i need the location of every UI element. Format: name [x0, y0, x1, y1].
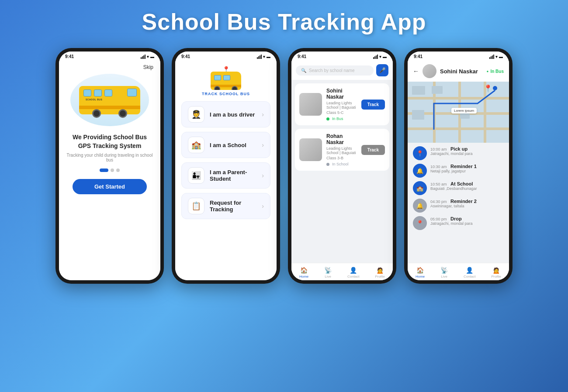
role-card-parent-student[interactable]: 👨‍👧 I am a Parent-Student › — [181, 162, 270, 189]
school-sub: Baguiati ,Desbandhunagar — [430, 186, 504, 191]
bus-wheels — [79, 109, 140, 118]
student-info-1: Sohini Naskar Leading Lights School | Ba… — [326, 88, 357, 121]
timeline: 📍 10:00 am Pick up Jatragachi, mondal pa… — [408, 143, 509, 263]
student-card-1: Sohini Naskar Leading Lights School | Ba… — [295, 83, 389, 125]
role-selection-screen: 📍 TRACK SCHOOL BUS — [175, 61, 277, 280]
bottom-nav-3: 🏠 Home 📡 Live 👤 Contact 🙍 Profile — [291, 263, 393, 280]
profile-icon-4: 🙍 — [492, 267, 500, 274]
school-label: I am a School — [210, 142, 256, 148]
nav-profile-3[interactable]: 🙍 Profile — [375, 267, 385, 279]
battery-icon-3: ▬ — [383, 55, 387, 59]
bus-wheel — [92, 109, 101, 118]
search-input[interactable]: 🔍 Search by school name — [296, 65, 374, 76]
role-card-request-tracking[interactable]: 📋 Request for Tracking › — [181, 193, 270, 219]
student-class-1: Class 5-C — [326, 110, 357, 115]
page-title: School Bus Tracking App — [142, 9, 426, 35]
time-2: 9:41 — [181, 54, 190, 59]
role-card-school[interactable]: 🏫 I am a School › — [181, 132, 270, 158]
skip-button[interactable]: Skip — [143, 64, 153, 70]
student-avatar-1 — [299, 93, 322, 116]
back-button[interactable]: ← — [413, 68, 419, 75]
request-tracking-label: Request for Tracking — [210, 199, 256, 213]
onboard-subtitle: Tracking your child during traveling in … — [66, 153, 153, 162]
nav-home-3[interactable]: 🏠 Home — [299, 267, 308, 279]
chevron-right-icon: › — [262, 172, 264, 179]
status-bar-2: 9:41 ▾ ▬ — [175, 52, 277, 61]
track-logo: 📍 TRACK SCHOOL BUS — [202, 66, 250, 96]
svg-point-0 — [493, 86, 497, 90]
status-bar-1: 9:41 ▾ ▬ — [59, 52, 160, 61]
track-button-2[interactable]: Track — [361, 145, 385, 155]
signal-icon-2 — [257, 55, 262, 59]
phones-row: 9:41 ▾ ▬ Skip SCHOOL BUS — [55, 48, 513, 284]
signal-icon-1 — [141, 55, 145, 59]
bus-driver-window — [127, 89, 137, 96]
progress-dots — [100, 168, 120, 172]
nav-profile-4[interactable]: 🙍 Profile — [491, 267, 501, 279]
reminder1-sub: Netaji pally, jagatpur — [430, 169, 504, 173]
drop-sub: Jatragachi, mondal para — [430, 221, 504, 226]
bus-wheel — [118, 109, 127, 118]
search-bar: 🔍 Search by school name 🎤 — [291, 61, 393, 80]
pickup-icon: 📍 — [413, 146, 427, 160]
bus-window — [104, 89, 112, 96]
nav-live-4[interactable]: 📡 Live — [440, 267, 448, 279]
drop-title: Drop — [450, 216, 462, 221]
search-track-screen: 🔍 Search by school name 🎤 Sohini Naskar … — [291, 61, 393, 280]
track-button-1[interactable]: Track — [361, 100, 385, 110]
nav-contact-3[interactable]: 👤 Contact — [347, 267, 360, 279]
pickup-sub: Jatragachi, mondal para — [430, 151, 504, 156]
nav-home-4[interactable]: 🏠 Home — [416, 267, 425, 279]
wifi-icon-4: ▾ — [495, 55, 498, 59]
reminder2-time: 04:30 pm — [430, 199, 447, 204]
student-avatar-2 — [299, 138, 322, 161]
dot-2 — [111, 168, 114, 172]
timeline-item-pickup: 📍 10:00 am Pick up Jatragachi, mondal pa… — [413, 146, 504, 160]
status-dot-1 — [326, 117, 329, 120]
bus-stripe — [79, 106, 140, 109]
reminder2-sub: Aswininagar, taltala — [430, 204, 504, 208]
bus-windows — [83, 89, 112, 96]
in-bus-dot: ● — [487, 69, 489, 73]
status-bar-4: 9:41 ▾ ▬ — [408, 52, 509, 61]
detail-header: ← Sohini Naskar ● In Bus — [408, 61, 509, 82]
status-dot-2 — [326, 163, 329, 166]
signal-icon-3 — [373, 55, 378, 59]
map-destination-pin: 📍 — [484, 84, 492, 93]
chevron-right-icon: › — [262, 203, 264, 210]
bus-body: SCHOOL BUS — [79, 86, 140, 114]
in-bus-badge: ● In Bus — [487, 69, 504, 74]
detail-user-name: Sohini Naskar — [440, 68, 483, 75]
nav-live-3[interactable]: 📡 Live — [324, 267, 332, 279]
time-3: 9:41 — [298, 54, 306, 59]
dot-1 — [100, 168, 108, 172]
mic-button[interactable]: 🎤 — [376, 64, 388, 76]
phone-onboarding: 9:41 ▾ ▬ Skip SCHOOL BUS — [55, 48, 164, 284]
track-school-bus-label: TRACK SCHOOL BUS — [202, 92, 250, 96]
battery-icon-2: ▬ — [267, 55, 270, 59]
reminder2-icon: 🔔 — [413, 199, 427, 213]
nav-profile-label-4: Profile — [491, 275, 501, 279]
reminder1-time: 10:30 am — [430, 164, 447, 169]
role-card-bus-driver[interactable]: 🧑‍✈️ I am a bus driver › — [181, 101, 270, 127]
student-class-2: Class 3-B — [326, 156, 357, 160]
nav-contact-4[interactable]: 👤 Contact — [464, 267, 476, 279]
nav-live-label-3: Live — [325, 275, 331, 279]
student-school-1: Leading Lights School | Baguiati — [326, 101, 357, 110]
nav-contact-label-4: Contact — [464, 275, 476, 279]
nav-live-label-4: Live — [441, 275, 447, 279]
student-status-row-2: In School — [326, 162, 357, 166]
school-bus-label: SCHOOL BUS — [86, 98, 102, 101]
request-tracking-icon: 📋 — [188, 198, 204, 214]
status-text-1: In Bus — [332, 117, 343, 121]
get-started-button[interactable]: Get Started — [73, 179, 147, 194]
nav-contact-label-3: Contact — [347, 275, 360, 279]
parent-student-icon: 👨‍👧 — [188, 167, 204, 184]
detail-avatar — [423, 64, 436, 78]
profile-icon: 🙍 — [376, 267, 384, 274]
chevron-right-icon: › — [262, 141, 264, 148]
onboarding-screen: Skip SCHOOL BUS — [59, 61, 160, 280]
tracking-detail-screen: ← Sohini Naskar ● In Bus — [408, 61, 509, 280]
home-icon-4: 🏠 — [416, 267, 424, 274]
reminder1-title: Reminder 1 — [450, 164, 477, 169]
